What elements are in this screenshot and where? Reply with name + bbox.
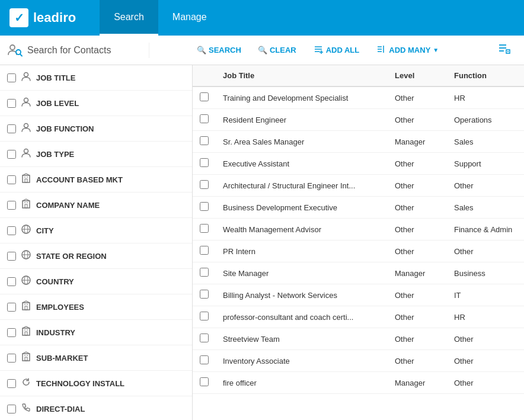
sidebar-checkbox-account-based-mkt[interactable] [7, 175, 16, 184]
svg-rect-54 [25, 357, 27, 361]
row-checkbox-11[interactable] [200, 334, 209, 342]
row-checkbox-0[interactable] [200, 92, 209, 101]
row-checkbox-1[interactable] [200, 114, 209, 123]
row-checkbox-cell-3[interactable] [193, 153, 216, 175]
contacts-search-icon [7, 43, 23, 58]
row-checkbox-cell-12[interactable] [193, 350, 216, 372]
row-checkbox-cell-6[interactable] [193, 219, 216, 241]
row-function-13: Other [447, 372, 524, 394]
sidebar-checkbox-state-or-region[interactable] [7, 252, 16, 261]
table-row: fire officerManagerOther [193, 372, 524, 394]
search-button[interactable]: 🔍 SEARCH [190, 42, 248, 58]
row-checkbox-5[interactable] [200, 202, 209, 211]
row-job-title-2: Sr. Area Sales Manager [216, 131, 388, 153]
sidebar-item-direct-dial[interactable]: DIRECT-DIAL [0, 396, 192, 420]
row-checkbox-2[interactable] [200, 136, 209, 145]
row-checkbox-cell-4[interactable] [193, 175, 216, 197]
sidebar-item-company-name[interactable]: COMPANY NAME [0, 193, 192, 218]
row-checkbox-10[interactable] [200, 312, 209, 320]
row-checkbox-6[interactable] [200, 224, 209, 233]
row-checkbox-cell-2[interactable] [193, 131, 216, 153]
building-icon [21, 351, 31, 362]
row-checkbox-cell-8[interactable] [193, 262, 216, 284]
nav-tab-manage[interactable]: Manage [158, 0, 221, 36]
row-checkbox-7[interactable] [200, 246, 209, 255]
row-checkbox-12[interactable] [200, 355, 209, 364]
building-icon [21, 326, 31, 336]
sidebar-checkbox-employees[interactable] [7, 303, 16, 312]
globe-icon [21, 224, 31, 235]
sidebar-checkbox-technology-install[interactable] [7, 379, 16, 388]
row-checkbox-cell-10[interactable] [193, 306, 216, 328]
row-level-10: Other [388, 306, 447, 328]
sidebar-checkbox-direct-dial[interactable] [7, 405, 16, 413]
building-icon [21, 300, 31, 311]
sidebar-checkbox-industry[interactable] [7, 328, 16, 337]
sidebar-item-job-title[interactable]: JOB TITLE [0, 65, 192, 91]
svg-point-16 [24, 73, 28, 77]
sidebar-item-job-function[interactable]: JOB FUNCTION [0, 116, 192, 142]
sidebar-item-industry[interactable]: INDUSTRY [0, 320, 192, 345]
row-level-8: Manager [388, 262, 447, 284]
saved-searches-button[interactable] [492, 39, 517, 62]
sidebar-item-sub-market[interactable]: SUB-MARKET [0, 345, 192, 371]
sidebar-item-state-or-region[interactable]: STATE OR REGION [0, 243, 192, 269]
sidebar-item-job-type[interactable]: JOB TYPE [0, 142, 192, 167]
person-icon [21, 97, 31, 107]
add-all-button[interactable]: ADD ALL [306, 40, 367, 60]
svg-point-17 [24, 98, 28, 102]
row-function-7: Other [447, 241, 524, 262]
job-title-icon [21, 71, 31, 84]
row-checkbox-4[interactable] [200, 180, 209, 189]
row-checkbox-13[interactable] [200, 377, 209, 386]
sidebar-checkbox-country[interactable] [7, 277, 16, 286]
nav-tab-search[interactable]: Search [100, 0, 158, 36]
row-level-9: Other [388, 284, 447, 306]
row-job-title-7: PR Intern [216, 241, 388, 262]
sidebar-checkbox-company-name[interactable] [7, 201, 16, 210]
clear-button[interactable]: 🔍 CLEAR [251, 42, 303, 58]
row-function-11: Other [447, 328, 524, 350]
sidebar-item-account-based-mkt[interactable]: ACCOUNT BASED MKT [0, 167, 192, 193]
sidebar-item-city[interactable]: CITY [0, 218, 192, 243]
row-function-2: Sales [447, 131, 524, 153]
row-checkbox-cell-9[interactable] [193, 284, 216, 306]
sidebar-item-employees[interactable]: EMPLOYEES [0, 294, 192, 320]
globe-icon [21, 249, 31, 260]
row-checkbox-8[interactable] [200, 268, 209, 277]
sidebar-checkbox-sub-market[interactable] [7, 354, 16, 363]
row-job-title-9: Billing Analyst - Network Services [216, 284, 388, 306]
phone-icon [21, 402, 31, 413]
add-all-icon [313, 44, 324, 56]
sidebar-checkbox-city[interactable] [7, 226, 16, 235]
col-header-function: Function [447, 65, 524, 86]
sidebar-checkbox-job-title[interactable] [7, 73, 16, 82]
sidebar-item-label-employees: EMPLOYEES [36, 303, 84, 312]
row-level-7: Other [388, 241, 447, 262]
sidebar-item-label-direct-dial: DIRECT-DIAL [36, 405, 85, 413]
row-checkbox-cell-1[interactable] [193, 109, 216, 131]
row-checkbox-cell-5[interactable] [193, 197, 216, 219]
row-function-12: Other [447, 350, 524, 372]
sidebar-checkbox-job-function[interactable] [7, 124, 16, 133]
row-checkbox-cell-13[interactable] [193, 372, 216, 394]
sidebar-item-country[interactable]: COUNTRY [0, 269, 192, 294]
person-icon [21, 71, 31, 82]
row-checkbox-cell-11[interactable] [193, 328, 216, 350]
row-checkbox-cell-0[interactable] [193, 86, 216, 109]
logo-checkmark: ✓ [14, 11, 24, 25]
sidebar-checkbox-job-type[interactable] [7, 150, 16, 159]
row-job-title-8: Site Manager [216, 262, 388, 284]
sidebar-checkbox-job-level[interactable] [7, 99, 16, 108]
row-function-1: Operations [447, 109, 524, 131]
row-checkbox-9[interactable] [200, 290, 209, 299]
row-checkbox-3[interactable] [200, 158, 209, 167]
sidebar-item-technology-install[interactable]: TECHNOLOGY INSTALL [0, 371, 192, 396]
sidebar-item-job-level[interactable]: JOB LEVEL [0, 91, 192, 116]
search-label: SEARCH [209, 46, 241, 54]
svg-rect-48 [25, 332, 27, 335]
building-icon [21, 173, 31, 184]
add-many-button[interactable]: ADD MANY ▼ [369, 40, 446, 60]
row-job-title-4: Architectural / Structural Engineer Int.… [216, 175, 388, 197]
row-checkbox-cell-7[interactable] [193, 241, 216, 262]
